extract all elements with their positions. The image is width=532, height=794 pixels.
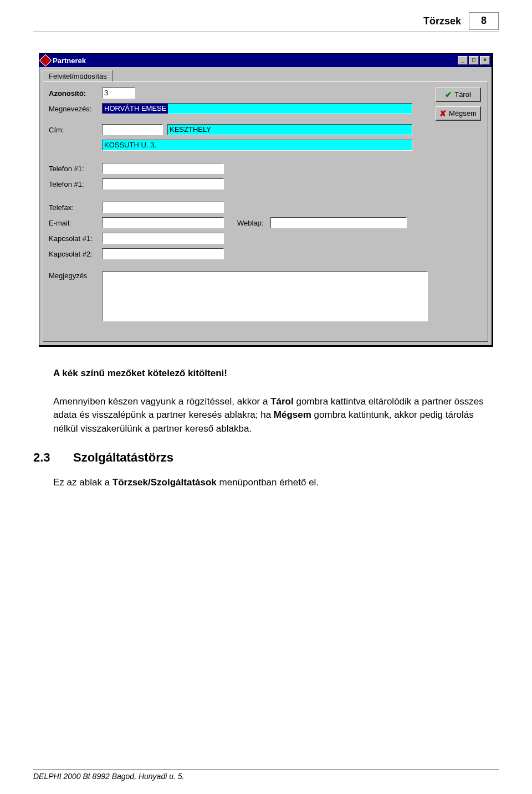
minimize-icon[interactable]: _ — [458, 56, 468, 65]
web-label: Weblap: — [237, 219, 270, 227]
fax-label: Telefax: — [49, 203, 102, 212]
paragraph-1: A kék színű mezőket kötelező kitölteni! — [33, 367, 499, 381]
save-button[interactable]: ✔ Tárol — [436, 88, 481, 102]
name-label: Megnevezés: — [49, 105, 102, 113]
tel2-field[interactable] — [102, 178, 224, 189]
note-label: Megjegyzés — [49, 272, 102, 280]
paragraph-2: Amennyiben készen vagyunk a rögzítéssel,… — [33, 395, 499, 436]
addr-city-field[interactable]: KESZTHELY — [167, 124, 412, 135]
close-icon[interactable]: × — [480, 56, 490, 65]
app-icon — [39, 54, 52, 67]
page-header: Törzsek 8 — [33, 12, 499, 32]
save-button-label: Tárol — [454, 90, 471, 99]
id-label: Azonosító: — [49, 89, 102, 98]
tab-felvitel[interactable]: Felvitel/módosítás — [43, 70, 113, 82]
x-icon: ✘ — [439, 109, 447, 119]
email-field[interactable] — [102, 217, 224, 228]
addr-zip-field[interactable] — [102, 124, 163, 135]
email-label: E-mail: — [49, 219, 102, 227]
cancel-button[interactable]: ✘ Mégsem — [436, 106, 481, 121]
tel2-label: Telefon #1: — [49, 180, 102, 188]
paragraph-3: Ez az ablak a Törzsek/Szolgáltatások men… — [33, 476, 499, 490]
addr-street-field[interactable]: KOSSUTH U. 3. — [102, 140, 412, 151]
section-heading: 2.3 Szolgáltatástörzs — [33, 450, 499, 465]
check-icon: ✔ — [445, 90, 452, 100]
note-field[interactable] — [102, 272, 428, 321]
id-field[interactable]: 3 — [102, 88, 135, 99]
addr-label: Cím: — [49, 126, 102, 134]
form-panel: ✔ Tárol ✘ Mégsem Azonosító: 3 Megnevezés… — [43, 81, 488, 342]
header-title: Törzsek — [423, 16, 461, 27]
name-field[interactable]: HORVÁTH EMESE — [102, 103, 412, 114]
window-title: Partnerek — [53, 57, 457, 65]
tab-bar: Felvitel/módosítás — [39, 67, 492, 81]
page-footer: DELPHI 2000 Bt 8992 Bagod, Hunyadi u. 5. — [33, 769, 499, 781]
window-titlebar: Partnerek _ □ × — [39, 54, 492, 67]
contact1-label: Kapcsolat #1: — [49, 234, 102, 243]
page-number: 8 — [469, 12, 499, 30]
section-number: 2.3 — [33, 450, 58, 465]
contact1-field[interactable] — [102, 233, 224, 244]
cancel-button-label: Mégsem — [449, 109, 477, 117]
contact2-field[interactable] — [102, 248, 224, 259]
contact2-label: Kapcsolat #2: — [49, 250, 102, 258]
partnerek-window: Partnerek _ □ × Felvitel/módosítás ✔ Tár… — [39, 53, 493, 347]
tel1-field[interactable] — [102, 163, 224, 174]
section-title: Szolgáltatástörzs — [73, 450, 173, 465]
fax-field[interactable] — [102, 202, 224, 213]
web-field[interactable] — [270, 217, 407, 228]
maximize-icon[interactable]: □ — [469, 56, 479, 65]
tel1-label: Telefon #1: — [49, 165, 102, 173]
